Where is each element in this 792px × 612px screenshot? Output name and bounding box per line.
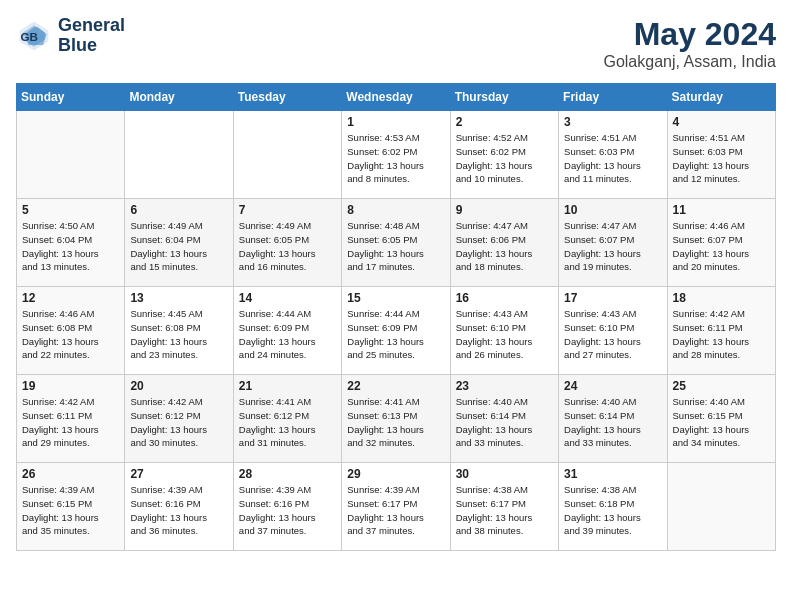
day-info: Sunrise: 4:39 AM Sunset: 6:17 PM Dayligh… — [347, 483, 444, 538]
weekday-header-wednesday: Wednesday — [342, 84, 450, 111]
logo: GB General Blue — [16, 16, 125, 56]
day-number: 13 — [130, 291, 227, 305]
calendar-cell: 2Sunrise: 4:52 AM Sunset: 6:02 PM Daylig… — [450, 111, 558, 199]
calendar-table: SundayMondayTuesdayWednesdayThursdayFrid… — [16, 83, 776, 551]
day-number: 18 — [673, 291, 770, 305]
day-number: 4 — [673, 115, 770, 129]
logo-icon: GB — [16, 18, 52, 54]
calendar-cell: 10Sunrise: 4:47 AM Sunset: 6:07 PM Dayli… — [559, 199, 667, 287]
day-number: 10 — [564, 203, 661, 217]
calendar-cell: 22Sunrise: 4:41 AM Sunset: 6:13 PM Dayli… — [342, 375, 450, 463]
calendar-cell: 3Sunrise: 4:51 AM Sunset: 6:03 PM Daylig… — [559, 111, 667, 199]
day-number: 16 — [456, 291, 553, 305]
day-info: Sunrise: 4:44 AM Sunset: 6:09 PM Dayligh… — [239, 307, 336, 362]
week-row-1: 1Sunrise: 4:53 AM Sunset: 6:02 PM Daylig… — [17, 111, 776, 199]
day-number: 25 — [673, 379, 770, 393]
day-info: Sunrise: 4:43 AM Sunset: 6:10 PM Dayligh… — [456, 307, 553, 362]
day-number: 27 — [130, 467, 227, 481]
calendar-cell: 7Sunrise: 4:49 AM Sunset: 6:05 PM Daylig… — [233, 199, 341, 287]
calendar-cell: 21Sunrise: 4:41 AM Sunset: 6:12 PM Dayli… — [233, 375, 341, 463]
day-number: 15 — [347, 291, 444, 305]
day-info: Sunrise: 4:46 AM Sunset: 6:07 PM Dayligh… — [673, 219, 770, 274]
calendar-cell — [233, 111, 341, 199]
day-info: Sunrise: 4:51 AM Sunset: 6:03 PM Dayligh… — [673, 131, 770, 186]
day-info: Sunrise: 4:46 AM Sunset: 6:08 PM Dayligh… — [22, 307, 119, 362]
day-number: 12 — [22, 291, 119, 305]
calendar-cell: 26Sunrise: 4:39 AM Sunset: 6:15 PM Dayli… — [17, 463, 125, 551]
calendar-cell: 4Sunrise: 4:51 AM Sunset: 6:03 PM Daylig… — [667, 111, 775, 199]
calendar-cell: 18Sunrise: 4:42 AM Sunset: 6:11 PM Dayli… — [667, 287, 775, 375]
week-row-5: 26Sunrise: 4:39 AM Sunset: 6:15 PM Dayli… — [17, 463, 776, 551]
calendar-cell: 11Sunrise: 4:46 AM Sunset: 6:07 PM Dayli… — [667, 199, 775, 287]
week-row-4: 19Sunrise: 4:42 AM Sunset: 6:11 PM Dayli… — [17, 375, 776, 463]
weekday-header-sunday: Sunday — [17, 84, 125, 111]
day-number: 14 — [239, 291, 336, 305]
weekday-header-tuesday: Tuesday — [233, 84, 341, 111]
logo-line1: General — [58, 16, 125, 36]
calendar-cell — [667, 463, 775, 551]
weekday-header-saturday: Saturday — [667, 84, 775, 111]
day-info: Sunrise: 4:41 AM Sunset: 6:12 PM Dayligh… — [239, 395, 336, 450]
day-number: 28 — [239, 467, 336, 481]
calendar-cell: 5Sunrise: 4:50 AM Sunset: 6:04 PM Daylig… — [17, 199, 125, 287]
day-info: Sunrise: 4:48 AM Sunset: 6:05 PM Dayligh… — [347, 219, 444, 274]
day-info: Sunrise: 4:50 AM Sunset: 6:04 PM Dayligh… — [22, 219, 119, 274]
weekday-header-thursday: Thursday — [450, 84, 558, 111]
day-number: 1 — [347, 115, 444, 129]
calendar-cell — [125, 111, 233, 199]
day-info: Sunrise: 4:42 AM Sunset: 6:11 PM Dayligh… — [673, 307, 770, 362]
day-info: Sunrise: 4:52 AM Sunset: 6:02 PM Dayligh… — [456, 131, 553, 186]
day-number: 2 — [456, 115, 553, 129]
calendar-subtitle: Golakganj, Assam, India — [603, 53, 776, 71]
calendar-cell: 15Sunrise: 4:44 AM Sunset: 6:09 PM Dayli… — [342, 287, 450, 375]
calendar-cell: 14Sunrise: 4:44 AM Sunset: 6:09 PM Dayli… — [233, 287, 341, 375]
day-number: 17 — [564, 291, 661, 305]
calendar-cell: 1Sunrise: 4:53 AM Sunset: 6:02 PM Daylig… — [342, 111, 450, 199]
day-info: Sunrise: 4:42 AM Sunset: 6:11 PM Dayligh… — [22, 395, 119, 450]
week-row-2: 5Sunrise: 4:50 AM Sunset: 6:04 PM Daylig… — [17, 199, 776, 287]
day-number: 20 — [130, 379, 227, 393]
calendar-cell: 8Sunrise: 4:48 AM Sunset: 6:05 PM Daylig… — [342, 199, 450, 287]
day-number: 21 — [239, 379, 336, 393]
day-info: Sunrise: 4:41 AM Sunset: 6:13 PM Dayligh… — [347, 395, 444, 450]
day-info: Sunrise: 4:53 AM Sunset: 6:02 PM Dayligh… — [347, 131, 444, 186]
calendar-cell: 9Sunrise: 4:47 AM Sunset: 6:06 PM Daylig… — [450, 199, 558, 287]
day-number: 3 — [564, 115, 661, 129]
day-number: 9 — [456, 203, 553, 217]
day-info: Sunrise: 4:47 AM Sunset: 6:06 PM Dayligh… — [456, 219, 553, 274]
calendar-cell: 19Sunrise: 4:42 AM Sunset: 6:11 PM Dayli… — [17, 375, 125, 463]
logo-line2: Blue — [58, 36, 125, 56]
day-number: 5 — [22, 203, 119, 217]
day-number: 8 — [347, 203, 444, 217]
day-info: Sunrise: 4:39 AM Sunset: 6:16 PM Dayligh… — [130, 483, 227, 538]
day-info: Sunrise: 4:49 AM Sunset: 6:04 PM Dayligh… — [130, 219, 227, 274]
page-header: GB General Blue May 2024 Golakganj, Assa… — [16, 16, 776, 71]
day-info: Sunrise: 4:40 AM Sunset: 6:14 PM Dayligh… — [456, 395, 553, 450]
day-number: 24 — [564, 379, 661, 393]
day-info: Sunrise: 4:38 AM Sunset: 6:18 PM Dayligh… — [564, 483, 661, 538]
day-info: Sunrise: 4:40 AM Sunset: 6:15 PM Dayligh… — [673, 395, 770, 450]
day-info: Sunrise: 4:39 AM Sunset: 6:16 PM Dayligh… — [239, 483, 336, 538]
day-info: Sunrise: 4:43 AM Sunset: 6:10 PM Dayligh… — [564, 307, 661, 362]
weekday-header-monday: Monday — [125, 84, 233, 111]
week-row-3: 12Sunrise: 4:46 AM Sunset: 6:08 PM Dayli… — [17, 287, 776, 375]
day-number: 30 — [456, 467, 553, 481]
day-info: Sunrise: 4:40 AM Sunset: 6:14 PM Dayligh… — [564, 395, 661, 450]
day-info: Sunrise: 4:47 AM Sunset: 6:07 PM Dayligh… — [564, 219, 661, 274]
day-info: Sunrise: 4:51 AM Sunset: 6:03 PM Dayligh… — [564, 131, 661, 186]
calendar-cell: 29Sunrise: 4:39 AM Sunset: 6:17 PM Dayli… — [342, 463, 450, 551]
day-number: 29 — [347, 467, 444, 481]
day-number: 6 — [130, 203, 227, 217]
day-number: 7 — [239, 203, 336, 217]
day-number: 31 — [564, 467, 661, 481]
calendar-cell: 28Sunrise: 4:39 AM Sunset: 6:16 PM Dayli… — [233, 463, 341, 551]
calendar-cell — [17, 111, 125, 199]
calendar-cell: 27Sunrise: 4:39 AM Sunset: 6:16 PM Dayli… — [125, 463, 233, 551]
day-info: Sunrise: 4:39 AM Sunset: 6:15 PM Dayligh… — [22, 483, 119, 538]
day-number: 23 — [456, 379, 553, 393]
day-number: 22 — [347, 379, 444, 393]
svg-text:GB: GB — [21, 30, 39, 43]
weekday-header-row: SundayMondayTuesdayWednesdayThursdayFrid… — [17, 84, 776, 111]
calendar-cell: 12Sunrise: 4:46 AM Sunset: 6:08 PM Dayli… — [17, 287, 125, 375]
calendar-cell: 6Sunrise: 4:49 AM Sunset: 6:04 PM Daylig… — [125, 199, 233, 287]
